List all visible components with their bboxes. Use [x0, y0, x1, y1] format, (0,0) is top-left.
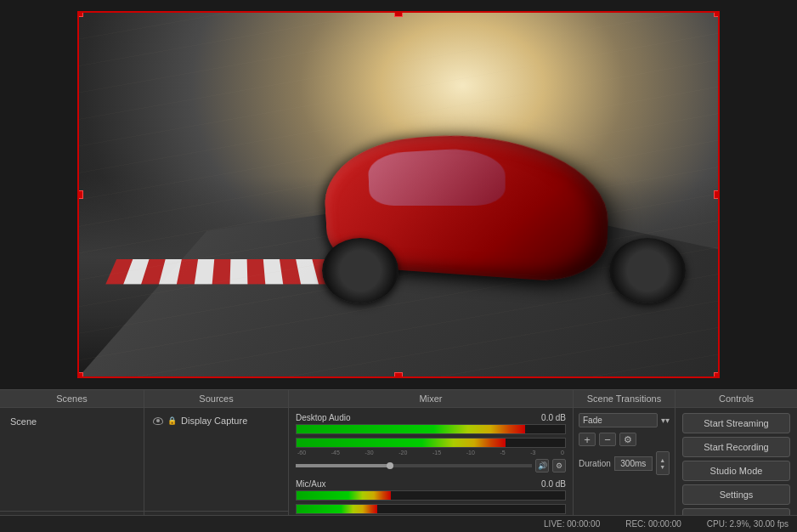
- handle-tl[interactable]: [77, 11, 83, 17]
- sources-content: 🔒 Display Capture: [144, 408, 288, 511]
- mixer-panel: Mixer Desktop Audio 0.0 dB -60 -45 -30: [289, 390, 574, 532]
- desktop-audio-slider-fill: [296, 464, 390, 467]
- controls-content: Start Streaming Start Recording Studio M…: [675, 408, 797, 532]
- mic-aux-level2: [296, 504, 566, 514]
- visibility-icon[interactable]: [153, 417, 163, 425]
- desktop-audio-settings-button[interactable]: [552, 459, 566, 473]
- settings-button[interactable]: Settings: [682, 484, 790, 505]
- duration-spinner[interactable]: ▲ ▼: [656, 451, 670, 475]
- handle-bl[interactable]: [77, 372, 83, 378]
- desktop-audio-slider-thumb: [387, 462, 393, 469]
- gear-icon: [624, 434, 632, 445]
- controls-header: Controls: [675, 390, 797, 408]
- status-bar: LIVE: 00:00:00 REC: 00:00:00 CPU: 2.9%, …: [0, 515, 797, 532]
- preview-canvas: [77, 11, 720, 378]
- duration-input[interactable]: 300ms: [614, 456, 653, 471]
- scenes-header: Scenes: [0, 390, 144, 408]
- desktop-audio-mute-button[interactable]: 🔊: [535, 459, 549, 473]
- mic-aux-label: Mic/Aux: [296, 479, 326, 489]
- lock-icon: 🔒: [167, 416, 177, 425]
- start-streaming-button[interactable]: Start Streaming: [682, 413, 790, 433]
- add-transition-button[interactable]: [579, 433, 596, 446]
- start-recording-button[interactable]: Start Recording: [682, 437, 790, 457]
- handle-mr[interactable]: [714, 190, 720, 199]
- scenes-content: Scene: [0, 408, 144, 511]
- speaker-icon: 🔊: [538, 461, 547, 470]
- wheel-rear: [322, 238, 398, 303]
- car-scene: [79, 13, 718, 376]
- handle-tc[interactable]: [394, 11, 403, 17]
- plus-icon: [584, 434, 591, 445]
- handle-tr[interactable]: [714, 11, 720, 17]
- transition-type-row: Fade Cut Swipe ▾: [579, 413, 670, 427]
- cpu-fps-status: CPU: 2.9%, 30.00 fps: [707, 519, 789, 529]
- mixer-header: Mixer: [289, 390, 573, 408]
- mic-aux-level: [296, 490, 566, 501]
- bottom-panel: Scenes Scene Sources 🔒 Display: [0, 389, 797, 532]
- mic-aux-header: Mic/Aux 0.0 dB: [296, 479, 566, 489]
- scenes-panel: Scenes Scene: [0, 390, 144, 532]
- minus-icon: [604, 434, 611, 445]
- desktop-audio-level2: [296, 438, 566, 448]
- mic-aux-fill2: [297, 505, 377, 513]
- transition-type-select[interactable]: Fade Cut Swipe: [579, 413, 658, 427]
- transition-settings-button[interactable]: [619, 433, 636, 446]
- source-item[interactable]: 🔒 Display Capture: [150, 413, 283, 428]
- handle-ml[interactable]: [77, 190, 83, 199]
- scene-item[interactable]: Scene: [5, 413, 138, 430]
- desktop-audio-slider[interactable]: [296, 464, 532, 467]
- remove-transition-button[interactable]: [599, 433, 616, 446]
- mic-aux-db: 0.0 dB: [541, 479, 566, 489]
- desktop-audio-level: [296, 424, 566, 434]
- desktop-audio-header: Desktop Audio 0.0 dB: [296, 413, 566, 422]
- desktop-audio-controls: 🔊: [296, 459, 566, 473]
- sources-header: Sources: [144, 390, 288, 408]
- transitions-panel: Scene Transitions Fade Cut Swipe ▾: [574, 390, 675, 532]
- desktop-audio-fill2: [297, 439, 506, 447]
- desktop-audio-label: Desktop Audio: [296, 413, 351, 422]
- mixer-content: Desktop Audio 0.0 dB -60 -45 -30 -20 -15…: [289, 408, 573, 532]
- chevron-down-icon: ▾: [661, 416, 670, 425]
- sources-panel: Sources 🔒 Display Capture: [144, 390, 289, 532]
- duration-label: Duration: [579, 459, 611, 468]
- live-status: LIVE: 00:00:00: [544, 519, 600, 529]
- studio-mode-button[interactable]: Studio Mode: [682, 461, 790, 481]
- handle-bc[interactable]: [394, 372, 403, 378]
- transitions-header: Scene Transitions: [574, 390, 675, 408]
- controls-panel: Controls Start Streaming Start Recording…: [675, 390, 797, 532]
- transitions-content: Fade Cut Swipe ▾ Duration 300ms: [574, 408, 675, 532]
- cog-icon: [556, 461, 562, 470]
- rec-status: REC: 00:00:00: [625, 519, 681, 529]
- desktop-audio-fill: [297, 425, 525, 433]
- transition-toolbar: [579, 433, 670, 446]
- mic-aux-fill: [297, 491, 391, 500]
- desktop-audio-db: 0.0 dB: [541, 413, 566, 422]
- desktop-audio-channel: Desktop Audio 0.0 dB -60 -45 -30 -20 -15…: [296, 413, 566, 473]
- duration-row: Duration 300ms ▲ ▼: [579, 451, 670, 475]
- preview-area: [0, 0, 797, 389]
- handle-br[interactable]: [714, 372, 720, 378]
- source-label: Display Capture: [181, 416, 247, 426]
